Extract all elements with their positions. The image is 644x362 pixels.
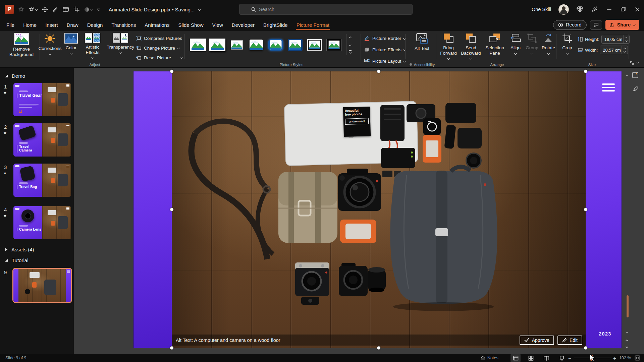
size-dialog-launcher-icon[interactable] <box>630 61 634 65</box>
previous-slide-button[interactable] <box>626 336 628 342</box>
tab-animations[interactable]: Animations <box>140 19 174 31</box>
picture-style-thumb[interactable] <box>286 34 304 56</box>
tab-home[interactable]: Home <box>19 19 41 31</box>
slide-sorter-view-button[interactable] <box>526 354 536 362</box>
slideshow-view-button[interactable] <box>557 354 567 362</box>
reading-view-button[interactable] <box>541 354 551 362</box>
powerpoint-logo[interactable]: P <box>5 5 14 14</box>
selection-handle[interactable] <box>377 70 381 73</box>
next-slide-button[interactable] <box>626 344 628 350</box>
tab-view[interactable]: View <box>208 19 227 31</box>
zoom-slider-handle[interactable] <box>590 355 593 361</box>
selection-pane-button[interactable]: Selection Pane <box>483 33 506 62</box>
picture-style-thumb[interactable] <box>208 34 226 56</box>
gallery-more-button[interactable] <box>347 48 354 55</box>
tab-slide-show[interactable]: Slide Show <box>174 19 208 31</box>
move-tool-icon[interactable] <box>42 6 48 12</box>
slide-indicator[interactable]: Slide 9 of 9 <box>5 354 26 362</box>
record-button[interactable]: Record <box>553 20 587 30</box>
selection-handle[interactable] <box>170 346 174 350</box>
picture-style-thumb[interactable] <box>228 34 246 56</box>
picture-effects-button[interactable]: Picture Effects <box>364 45 406 54</box>
change-picture-button[interactable]: Change Picture <box>136 44 186 52</box>
picture-layout-button[interactable]: Picture Layout <box>364 56 406 66</box>
shape-fill-button[interactable] <box>84 7 93 12</box>
remove-background-button[interactable]: Remove Background <box>5 33 38 62</box>
tab-transitions[interactable]: Transitions <box>107 19 140 31</box>
avatar[interactable] <box>558 4 569 15</box>
slide[interactable]: Beautiful, free photos. andrewneel Alt T… <box>133 71 622 348</box>
picture-style-thumb[interactable] <box>325 34 343 56</box>
highlighter-icon[interactable] <box>52 6 58 12</box>
slide-thumbnail-1[interactable]: Travel Gear <box>13 83 71 116</box>
gallery-up-button[interactable] <box>347 34 354 41</box>
transparency-button[interactable]: Transparency <box>105 33 136 62</box>
section-assets[interactable]: Assets (4) <box>5 247 34 252</box>
zoom-in-button[interactable]: + <box>613 354 616 362</box>
tab-draw[interactable]: Draw <box>62 19 83 31</box>
compress-pictures-button[interactable]: Compress Pictures <box>136 34 186 42</box>
scroll-up-icon[interactable] <box>626 71 628 77</box>
corrections-button[interactable]: Corrections <box>37 33 63 62</box>
crop-tool-icon[interactable] <box>73 6 79 12</box>
picture-style-thumb[interactable] <box>189 34 207 56</box>
send-backward-button[interactable]: Send Backward <box>460 33 482 62</box>
width-input[interactable]: 28,57 cm <box>600 46 628 54</box>
normal-view-button[interactable] <box>511 354 521 362</box>
star-add-button[interactable] <box>29 6 38 12</box>
alt-text-button[interactable]: Alt Text <box>411 33 433 62</box>
search-box[interactable]: Search <box>239 4 413 15</box>
tab-design[interactable]: Design <box>83 19 107 31</box>
selection-handle[interactable] <box>377 346 381 350</box>
layout-pane-icon[interactable] <box>63 7 69 12</box>
collapse-ribbon-button[interactable] <box>637 59 639 65</box>
tab-picture-format[interactable]: Picture Format <box>292 19 334 31</box>
crop-button[interactable]: Crop <box>559 33 576 62</box>
height-input[interactable]: 19,05 cm <box>601 35 630 44</box>
tab-developer[interactable]: Developer <box>227 19 259 31</box>
artistic-effects-button[interactable]: Artistic Effects <box>80 33 105 62</box>
selection-handle[interactable] <box>584 346 588 350</box>
section-tutorial[interactable]: Tutorial <box>5 257 28 263</box>
share-button[interactable]: Share <box>605 20 639 30</box>
ink-pen-icon[interactable] <box>633 86 639 92</box>
close-icon[interactable] <box>634 6 641 12</box>
customize-qat-button[interactable] <box>97 8 100 11</box>
width-spinner[interactable] <box>622 46 628 54</box>
premium-diamond-icon[interactable] <box>576 6 584 13</box>
tab-insert[interactable]: Insert <box>41 19 62 31</box>
edit-button[interactable]: Edit <box>557 336 582 345</box>
slide-thumbnail-4[interactable]: Camera Lens <box>13 206 71 239</box>
slide-thumbnail-3[interactable]: Travel Bag <box>13 164 71 197</box>
vertical-scrollbar[interactable] <box>626 71 629 349</box>
selection-handle[interactable] <box>584 208 588 212</box>
bring-forward-button[interactable]: Bring Forward <box>438 33 459 62</box>
account-name[interactable]: One Skill <box>532 7 551 12</box>
task-pane-icon[interactable] <box>632 72 639 78</box>
zoom-out-button[interactable]: − <box>568 354 571 362</box>
photo-camera-gear[interactable]: Beautiful, free photos. andrewneel Alt T… <box>172 71 586 348</box>
slide-thumbnail-9[interactable] <box>12 268 72 303</box>
scrollbar-thumb[interactable] <box>627 295 629 317</box>
whats-new-icon[interactable] <box>591 6 598 13</box>
title-chevron-icon[interactable] <box>198 8 201 11</box>
section-demo[interactable]: Demo <box>5 73 25 79</box>
picture-border-button[interactable]: Picture Border <box>364 34 406 43</box>
tab-file[interactable]: File <box>2 19 19 31</box>
restore-icon[interactable] <box>620 6 627 12</box>
zoom-level[interactable]: 102 % <box>619 354 631 362</box>
comments-button[interactable] <box>590 20 602 30</box>
zoom-slider-track[interactable] <box>574 358 612 358</box>
notes-button[interactable]: Notes <box>480 354 498 362</box>
align-button[interactable]: Align <box>508 33 523 62</box>
selection-handle[interactable] <box>170 208 174 212</box>
picture-style-thumb[interactable] <box>247 34 265 56</box>
picture-style-thumb[interactable] <box>306 34 324 56</box>
favorite-star-icon[interactable] <box>18 6 24 12</box>
scroll-down-icon[interactable] <box>626 329 628 335</box>
rotate-button[interactable]: Rotate <box>541 33 556 62</box>
minimize-icon[interactable] <box>606 6 612 12</box>
fit-to-window-button[interactable] <box>635 354 640 362</box>
slide-thumbnail-2[interactable]: Travel Camera <box>13 123 71 157</box>
selection-handle[interactable] <box>170 70 174 73</box>
